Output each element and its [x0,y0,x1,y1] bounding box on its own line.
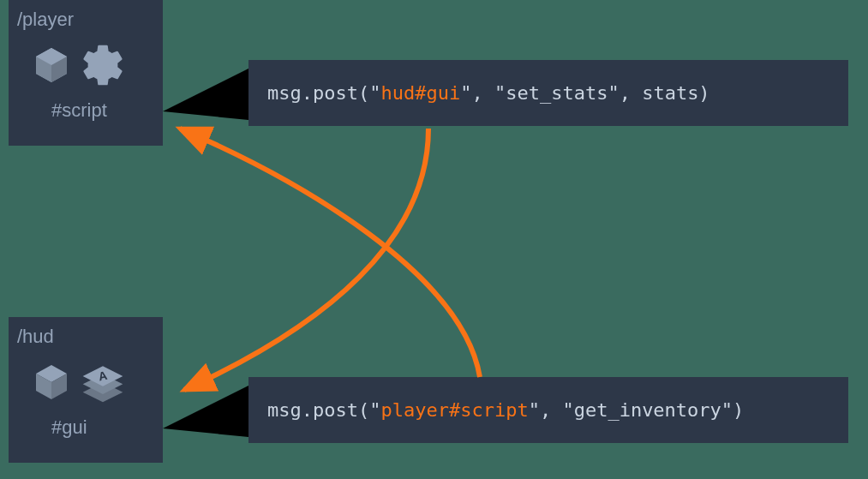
code-target-bottom: player#script [380,399,528,421]
code-text: msg.post( [267,399,369,421]
code-text: ) [733,399,744,421]
code-text: " [721,399,733,421]
code-target-top: hud#gui [380,82,460,104]
code-text: " [608,82,619,104]
arrow-to-hud [184,129,428,390]
tail-top [163,69,248,120]
player-component-label: #script [51,99,154,122]
gear-icon [79,41,127,93]
hud-node: /hud A #gui [9,317,163,463]
code-text: get_inventory [574,399,721,421]
code-box-bottom: msg.post("player#script", "get_inventory… [248,377,848,443]
hud-node-icons: A [31,358,154,410]
code-text: " [369,399,380,421]
tail-bottom [163,386,248,437]
player-node-title: /player [17,9,154,31]
code-text: " [369,82,380,104]
code-text: " [494,82,506,104]
code-text: " [460,82,471,104]
code-text: , stats) [620,82,710,104]
arrow-to-player [180,129,480,377]
code-text: , [540,399,563,421]
code-box-top: msg.post("hud#gui", "set_stats", stats) [248,60,848,126]
hud-component-label: #gui [51,416,154,439]
cube-icon [31,362,72,406]
hud-node-title: /hud [17,326,154,348]
cube-icon [31,45,72,89]
code-text: " [529,399,540,421]
code-text: msg.post( [267,82,369,104]
code-text: , [471,82,494,104]
layers-icon: A [79,358,127,410]
code-text: set_stats [506,82,608,104]
player-node: /player #script [9,0,163,146]
code-text: " [562,399,573,421]
player-node-icons [31,41,154,93]
